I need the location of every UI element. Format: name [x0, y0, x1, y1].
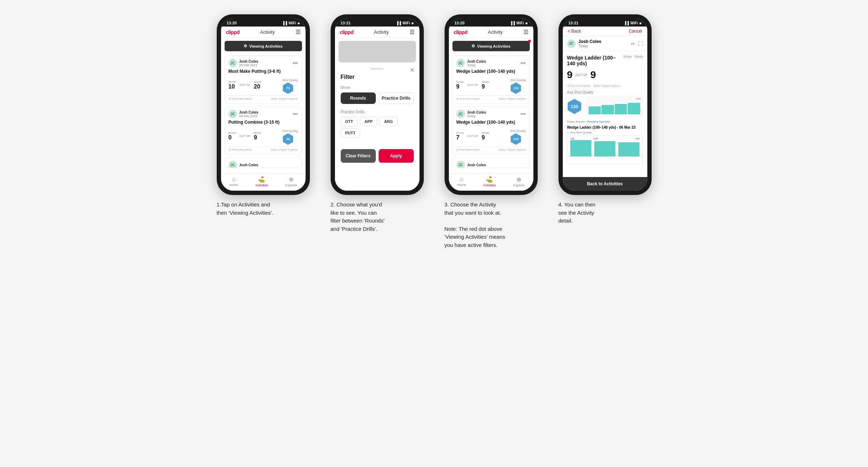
score-label-3-1: Score — [456, 80, 464, 84]
home-label-3: Home — [457, 183, 466, 187]
drill-putt[interactable]: PUTT — [341, 128, 360, 138]
time-4: 13:21 — [569, 21, 579, 25]
phone-1-screen: 13:20 ▐▐ WiFi ■ clippd Activity ☰ ⚙ Vi — [221, 19, 306, 191]
detail-score-row: 9 OUT OF 9 — [567, 69, 643, 81]
nav-title-3: Activity — [488, 29, 503, 35]
chart-label: 130 — [636, 97, 641, 100]
battery-2: ■ — [411, 21, 413, 25]
drill-app[interactable]: APP — [360, 117, 378, 126]
stats-row-3-1: Score 9 OUT OF Shots 9 Shot Quality 130 — [456, 76, 526, 94]
card-header-3-1: JC Josh Coles Today ••• — [456, 59, 526, 67]
logo-1: clippd — [226, 29, 240, 35]
sq-bar-3 — [615, 104, 627, 114]
shots-val-1: 20 — [254, 84, 261, 90]
activity-card-3[interactable]: JC Josh Coles — [225, 157, 302, 168]
app-label: APP — [636, 110, 641, 112]
hamburger-2[interactable]: ☰ — [409, 29, 414, 35]
expand-icon[interactable]: ⛶ — [638, 41, 643, 47]
activity-card-3-1[interactable]: JC Josh Coles Today ••• Wedge Ladder (10… — [452, 56, 530, 104]
rounds-toggle[interactable]: Rounds — [341, 92, 376, 104]
avatar-2: JC — [229, 110, 237, 118]
filter-toggle-row: Rounds Practice Drills — [341, 92, 414, 104]
time-3: 13:20 — [455, 21, 465, 25]
detail-user-info: JC Josh Coles Today — [567, 39, 601, 48]
status-bar-3: 13:20 ▐▐ WiFi ■ — [449, 19, 533, 27]
dots-3-2[interactable]: ••• — [521, 111, 526, 117]
activity-card-3-3[interactable]: JC Josh Coles — [452, 157, 530, 168]
drill-arg[interactable]: ARG — [379, 117, 397, 126]
home-icon-1: ⌂ — [232, 176, 236, 182]
hamburger-3[interactable]: ☰ — [523, 29, 528, 35]
home-icon-3: ⌂ — [460, 176, 464, 182]
sq-label-3-1: Shot Quality — [510, 78, 526, 82]
detail-content: Wedge Ladder (100–140 yds) Score Shots 9… — [563, 51, 647, 177]
battery-1: ■ — [297, 21, 299, 25]
caption-4: 4. You can thensee the Activitydetail. — [558, 201, 652, 225]
detail-data-capture: Data: Clippd Capture — [594, 84, 620, 87]
edit-icon[interactable]: ✏ — [631, 41, 635, 47]
caption-3: 3. Choose the Activitythat you want to l… — [445, 201, 538, 249]
filter-handle — [371, 68, 384, 70]
user-text-3-2: Josh Coles Today — [467, 110, 486, 118]
card-title-2: Putting Combine (3-15 ft) — [229, 120, 298, 125]
viewing-activities-btn-1[interactable]: ⚙ Viewing Activities — [225, 41, 302, 51]
activity-card-2[interactable]: JC Josh Coles 28 Feb 2023 ••• Putting Co… — [225, 106, 302, 154]
card-title-3-2: Wedge Ladder (100–140 yds) — [456, 120, 526, 125]
status-icons-2: ▐▐ WiFi ■ — [396, 21, 413, 25]
activity-card-3-2[interactable]: JC Josh Coles Today ••• Wedge Ladder (10… — [452, 106, 530, 154]
clear-filters-btn[interactable]: Clear Filters — [341, 149, 376, 163]
bottom-nav-capture-3[interactable]: ⊕ Capture — [513, 176, 524, 187]
test-info-row: ⊙ Test Information Data: Clippd Capture — [567, 84, 643, 87]
chart-baseline — [567, 156, 643, 157]
drill-ott[interactable]: OTT — [341, 117, 358, 126]
back-to-activities-btn[interactable]: Back to Activities — [563, 177, 647, 191]
bottom-nav-activities-1[interactable]: ⛳ Activities — [255, 176, 268, 187]
user-date-2: 28 Feb 2023 — [239, 114, 258, 118]
bottom-nav-home-1[interactable]: ⌂ Home — [230, 176, 238, 187]
filter-sheet: ✕ Filter Show Rounds Practice Drills Pra… — [335, 62, 419, 191]
signal-2: ▐▐ — [396, 21, 401, 25]
avatar-3-3: JC — [456, 161, 465, 168]
avatar-3: JC — [229, 161, 237, 168]
dots-2[interactable]: ••• — [293, 111, 298, 117]
sq-bar-1 — [589, 106, 601, 114]
bottom-nav-home-3[interactable]: ⌂ Home — [457, 176, 466, 187]
phone-1-frame: 13:20 ▐▐ WiFi ■ clippd Activity ☰ ⚙ Vi — [217, 14, 310, 195]
sq-hex-2: 45 — [282, 133, 294, 145]
detail-title: Wedge Ladder (100–140 yds) — [567, 55, 623, 66]
bottom-nav-activities-3[interactable]: ⛳ Activities — [483, 176, 496, 187]
footer-right-3-1: Data: Clippd Capture — [499, 97, 526, 100]
footer-left-1: ⊙ Test Information — [229, 97, 252, 100]
practice-drills-toggle[interactable]: Practice Drills — [379, 92, 414, 104]
detail-user-date: Today — [579, 44, 601, 48]
shots-label-3-1: Shots — [481, 80, 489, 84]
sq-hex-3-1: 130 — [510, 82, 522, 94]
footer-left-3-1: ⊙ Test Information — [456, 97, 480, 100]
hamburger-1[interactable]: ☰ — [296, 29, 301, 35]
card-header-3-3: JC Josh Coles — [456, 161, 526, 168]
card-footer-2: ⊙ Test Information Data: Clippd Capture — [229, 146, 298, 151]
bottom-nav-capture-1[interactable]: ⊕ Capture — [285, 176, 297, 187]
cancel-btn[interactable]: Cancel — [629, 29, 642, 34]
sq-hex-3-2: 118 — [510, 133, 522, 145]
filter-close-btn[interactable]: ✕ — [410, 67, 414, 73]
back-btn[interactable]: < Back — [568, 29, 581, 34]
wedge-chart-subtitle: --- Avg Shot Quality — [567, 131, 643, 134]
user-text-3: Josh Coles — [239, 163, 258, 167]
dots-3-1[interactable]: ••• — [521, 60, 526, 66]
footer-right-2: Data: Clippd Capture — [271, 148, 298, 151]
score-val-3-1: 9 — [456, 84, 464, 90]
activity-card-1[interactable]: JC Josh Coles 28 Feb 2023 ••• Must Make … — [225, 56, 302, 104]
detail-test-info: ⊙ Test Information — [567, 84, 591, 87]
detail-user-text: Josh Coles Today — [579, 39, 601, 48]
player-activity-section: Player Activity › Practice Session — [567, 120, 643, 123]
dots-1[interactable]: ••• — [293, 60, 298, 66]
apply-btn[interactable]: Apply — [379, 149, 414, 163]
user-info-1: JC Josh Coles 28 Feb 2023 — [229, 59, 258, 67]
viewing-activities-btn-3[interactable]: ⚙ Viewing Activities — [452, 41, 530, 51]
detail-score-val: 9 — [567, 69, 573, 81]
user-text-3-1: Josh Coles Today — [467, 59, 486, 67]
outof-2: OUT OF — [239, 134, 250, 138]
status-icons-1: ▐▐ WiFi ■ — [282, 21, 299, 25]
signal-3: ▐▐ — [510, 21, 515, 25]
